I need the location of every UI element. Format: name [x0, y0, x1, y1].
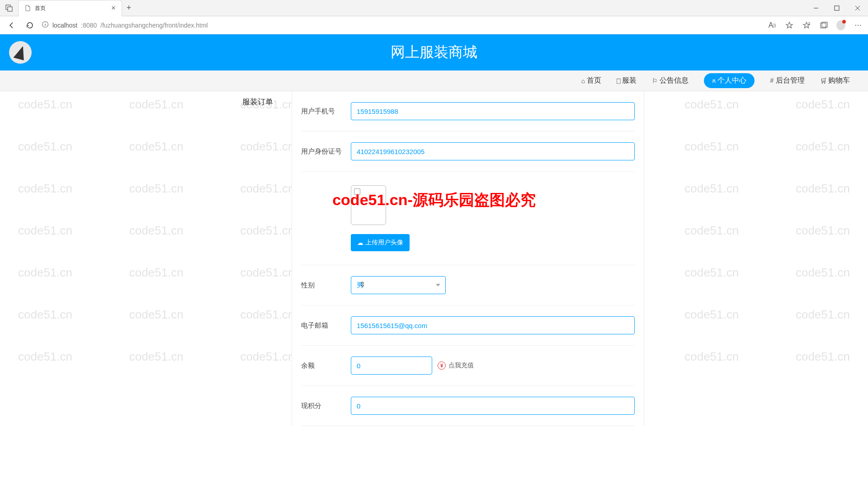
upload-avatar-button[interactable]: ☁ 上传用户头像	[351, 234, 410, 251]
email-label: 电子邮箱	[301, 321, 351, 330]
collections-icon[interactable]	[819, 21, 828, 30]
read-aloud-icon[interactable]: A))	[768, 21, 777, 30]
url-host: localhost	[52, 22, 77, 29]
new-tab-button[interactable]: +	[122, 3, 136, 13]
svg-rect-1	[8, 7, 12, 11]
url-field[interactable]: localhost:8080/fuzhuangshangcheng/front/…	[42, 21, 762, 29]
browser-address-bar: localhost:8080/fuzhuangshangcheng/front/…	[0, 16, 868, 34]
favorites-list-icon[interactable]	[802, 21, 811, 30]
tab-close-icon[interactable]: ×	[110, 5, 117, 12]
phone-input[interactable]	[351, 102, 635, 120]
nav-cart[interactable]: 🛒︎购物车	[820, 76, 850, 85]
row-gender: 性别	[301, 265, 635, 305]
gender-select[interactable]	[351, 276, 446, 294]
row-avatar: ☁ 上传用户头像	[301, 172, 635, 265]
profile-avatar-icon[interactable]	[836, 21, 845, 30]
phone-label: 用户手机号	[301, 107, 351, 116]
svg-rect-3	[835, 6, 839, 10]
nav-clothes[interactable]: ⎕服装	[617, 76, 637, 85]
nav-admin[interactable]: 𐤛后台管理	[770, 76, 805, 85]
window-maximize-icon[interactable]	[826, 0, 847, 16]
row-phone: 用户手机号	[301, 91, 635, 131]
row-idcard: 用户身份证号	[301, 131, 635, 172]
more-menu-icon[interactable]: ⋯	[854, 21, 863, 30]
nav-home[interactable]: ⌂首页	[581, 76, 601, 85]
idcard-input[interactable]	[351, 142, 635, 160]
row-email: 电子邮箱	[301, 305, 635, 346]
email-input[interactable]	[351, 316, 635, 334]
favorite-star-icon[interactable]	[785, 21, 794, 30]
sidebar: 服装订单	[224, 91, 292, 426]
home-icon: ⌂	[581, 77, 585, 84]
user-icon: ጸ	[712, 77, 716, 84]
main-nav: ⌂首页 ⎕服装 ⚐公告信息 ጸ个人中心 𐤛后台管理 🛒︎购物车	[0, 70, 868, 91]
browser-tab-bar: 首页 × +	[0, 0, 868, 16]
sidebar-item-orders[interactable]: 服装订单	[224, 94, 292, 110]
yen-icon: ¥	[438, 361, 446, 370]
flag-icon: ⚐	[652, 77, 658, 84]
page-icon	[24, 5, 31, 12]
gender-label: 性别	[301, 281, 351, 290]
svg-point-8	[45, 23, 46, 23]
points-label: 现积分	[301, 402, 351, 410]
avatar-preview	[351, 185, 386, 225]
site-logo[interactable]	[9, 41, 32, 64]
window-close-icon[interactable]	[847, 0, 868, 16]
balance-input[interactable]	[351, 357, 432, 375]
nav-profile[interactable]: ጸ个人中心	[704, 73, 755, 88]
clothes-icon: ⎕	[617, 77, 620, 84]
url-port: :8080	[81, 22, 97, 29]
points-input[interactable]	[351, 397, 635, 415]
recharge-link[interactable]: ¥ 点我充值	[438, 361, 474, 370]
site-banner: 网上服装商城	[0, 34, 868, 70]
idcard-label: 用户身份证号	[301, 147, 351, 156]
image-placeholder-icon	[354, 188, 360, 195]
balance-label: 余额	[301, 361, 351, 370]
info-icon	[42, 21, 49, 29]
refresh-button[interactable]	[24, 19, 36, 32]
browser-tab[interactable]: 首页 ×	[18, 0, 122, 16]
tab-title: 首页	[35, 5, 106, 12]
row-points: 现积分	[301, 386, 635, 426]
row-balance: 余额 ¥ 点我充值	[301, 346, 635, 386]
window-minimize-icon[interactable]	[806, 0, 826, 16]
site-title: 网上服装商城	[391, 42, 477, 62]
cloud-upload-icon: ☁	[357, 239, 363, 246]
cart-icon: 🛒︎	[820, 77, 826, 84]
nav-notice[interactable]: ⚐公告信息	[652, 76, 689, 85]
url-path: /fuzhuangshangcheng/front/index.html	[100, 22, 208, 29]
link-icon: 𐤛	[770, 77, 774, 84]
tab-actions-icon[interactable]	[0, 5, 18, 12]
back-button[interactable]	[5, 19, 18, 32]
profile-form-panel: 用户手机号 用户身份证号 ☁ 上传用户头像 性别 电子邮箱	[292, 91, 644, 426]
